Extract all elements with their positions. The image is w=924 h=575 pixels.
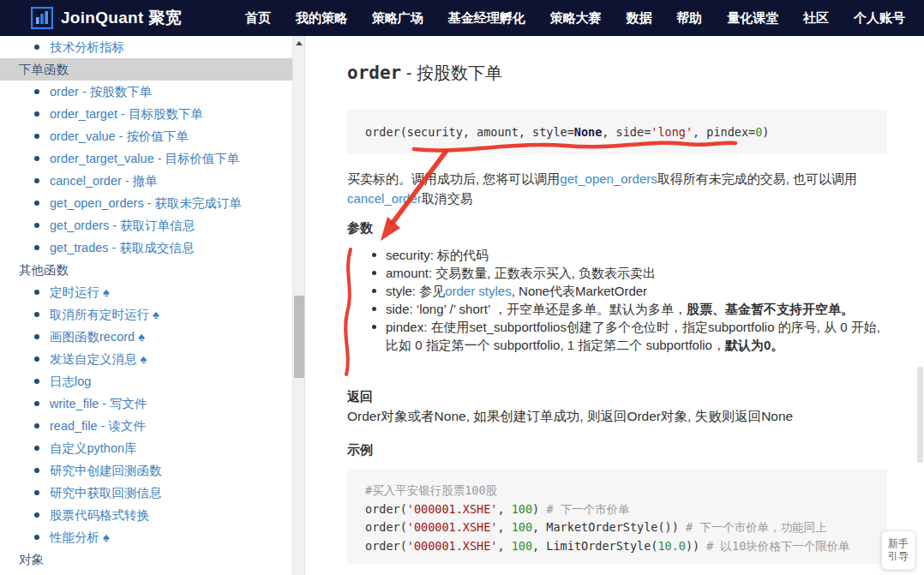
newbie-guide-label: 新手引导 [887, 537, 909, 563]
description-paragraph: 买卖标的。调用成功后, 您将可以调用get_open_orders取得所有未完成… [347, 169, 913, 208]
code-line: order('000001.XSHE', 100, MarketOrderSty… [365, 520, 827, 534]
sidebar-item-custom-python-lib[interactable]: 自定义python库 [0, 437, 292, 459]
sidebar-item-unschedule-all[interactable]: 取消所有定时运行 ♠ [0, 303, 292, 326]
sidebar-section-objects[interactable]: 对象 [0, 548, 292, 571]
sidebar-item-order-value[interactable]: order_value - 按价值下单 [0, 125, 292, 147]
sidebar-item-read-file[interactable]: read_file - 读文件 [0, 415, 292, 437]
code-string: '000001.XSHE' [407, 520, 498, 534]
sig-plain: ) [762, 125, 769, 139]
sidebar-section-order-functions[interactable]: 下单函数 [0, 58, 292, 81]
brand[interactable]: JoinQuant 聚宽 [31, 7, 182, 29]
bullet-icon [34, 45, 39, 50]
nav-item-home[interactable]: 首页 [245, 10, 271, 27]
sidebar-item-send-message[interactable]: 发送自定义消息 ♠ [0, 348, 292, 370]
sidebar-item-get-trades[interactable]: get_trades - 获取成交信息 [0, 237, 292, 259]
scroll-up-button[interactable] [293, 36, 306, 50]
nav-item-help[interactable]: 帮助 [676, 10, 702, 27]
sidebar-item-create-backtest-in-research[interactable]: 研究中创建回测函数 [0, 459, 292, 482]
sidebar-item-performance-analysis[interactable]: 性能分析 ♠ [0, 526, 292, 548]
code-plain: , [497, 520, 511, 534]
sidebar-item-order-target[interactable]: order_target - 目标股数下单 [0, 103, 292, 125]
sidebar-item-get-backtest-in-research[interactable]: 研究中获取回测信息 [0, 482, 292, 504]
bullet-icon [34, 356, 39, 362]
sidebar-item-log[interactable]: 日志log [0, 370, 292, 392]
bullet-icon [34, 156, 39, 161]
sidebar-item-get-open-orders[interactable]: get_open_orders - 获取未完成订单 [0, 192, 292, 214]
params-list: security: 标的代码 amount: 交易数量, 正数表示买入, 负数表… [368, 246, 882, 354]
sidebar-item-label: 画图函数record ♠ [50, 329, 145, 345]
bullet-icon [34, 223, 39, 228]
link-order-styles[interactable]: order styles [445, 284, 512, 298]
sidebar-scrollbar[interactable] [292, 36, 305, 575]
sidebar-item-label: 研究中获取回测信息 [50, 485, 162, 501]
sidebar-item-technical-indicators[interactable]: 技术分析指标 [0, 36, 292, 58]
sidebar-item-label: order_value - 按价值下单 [50, 129, 189, 145]
code-comment: # 下一个市价单 [546, 502, 629, 516]
page-title: order - 按股数下单 [347, 62, 502, 85]
nav-item-account[interactable]: 个人账号 [854, 10, 905, 27]
bullet-icon [34, 245, 39, 250]
sidebar-item-order-target-value[interactable]: order_target_value - 目标价值下单 [0, 147, 292, 170]
nav-menu: 首页 我的策略 策略广场 基金经理孵化 策略大赛 数据 帮助 量化课堂 社区 个… [245, 0, 905, 36]
sidebar-item-get-orders[interactable]: get_orders - 获取订单信息 [0, 214, 292, 237]
param-text: security: 标的代码 [386, 248, 489, 262]
param-text-bold: 默认为0。 [725, 338, 783, 352]
nav-item-strategy-square[interactable]: 策略广场 [372, 10, 423, 27]
sig-keyword: None [574, 125, 603, 139]
nav-item-quant-classroom[interactable]: 量化课堂 [727, 10, 778, 27]
code-plain: order( [365, 539, 407, 553]
sidebar-item-label: 日志log [50, 374, 91, 390]
newbie-guide-button[interactable]: 新手引导 [881, 530, 915, 570]
code-string: '000001.XSHE' [407, 502, 498, 516]
param-pindex: pindex: 在使用set_subportfolios创建了多个仓位时，指定s… [368, 318, 882, 354]
sidebar-item-code-format-convert[interactable]: 股票代码格式转换 [0, 504, 292, 526]
code-plain: ) [532, 502, 546, 516]
bullet-icon [34, 423, 39, 428]
bullet-icon [34, 512, 39, 518]
page-scrollbar-thumb[interactable] [917, 367, 923, 463]
bullet-icon [34, 89, 39, 94]
sig-plain: , pindex= [693, 125, 755, 139]
nav-item-my-strategies[interactable]: 我的策略 [296, 10, 347, 27]
scroll-up-icon [296, 41, 303, 45]
link-get-open-orders[interactable]: get_open_orders [560, 171, 657, 186]
code-number: 10.0 [657, 539, 686, 553]
code-number: 100 [512, 502, 532, 516]
page-title-code: order [347, 63, 401, 83]
sidebar-section-other-functions[interactable]: 其他函数 [0, 259, 292, 281]
example-heading: 示例 [347, 442, 373, 458]
page: JoinQuant 聚宽 首页 我的策略 策略广场 基金经理孵化 策略大赛 数据… [0, 0, 924, 575]
params-heading: 参数 [347, 220, 373, 237]
sidebar-item-write-file[interactable]: write_file - 写文件 [0, 392, 292, 415]
sidebar-item-record[interactable]: 画图函数record ♠ [0, 326, 292, 348]
sidebar-item-global-object[interactable]: 全局对象 [0, 571, 292, 575]
sidebar-item-label: 股票代码格式转换 [50, 507, 149, 524]
bullet-icon [34, 134, 39, 139]
sidebar-item-order[interactable]: order - 按股数下单 [0, 81, 292, 103]
sidebar-item-label: 发送自定义消息 ♠ [50, 351, 147, 368]
nav-item-fund-manager-incubation[interactable]: 基金经理孵化 [448, 10, 525, 27]
nav-item-community[interactable]: 社区 [803, 10, 829, 27]
param-side: side: ‘long’ /’ short’ ，开空单还是多单。默认为多单，股票… [368, 300, 882, 318]
bullet-icon [34, 111, 39, 117]
sidebar-scrollbar-thumb[interactable] [294, 296, 304, 378]
nav-item-strategy-contest[interactable]: 策略大赛 [550, 10, 602, 27]
code-comment: # 下一个市价单，功能同上 [686, 520, 827, 534]
param-text: pindex: 在使用set_subportfolios创建了多个仓位时，指定s… [386, 320, 880, 352]
code-comment: #买入平安银行股票100股 [365, 483, 497, 497]
sidebar-item-label: get_open_orders - 获取未完成订单 [50, 195, 242, 212]
param-text: side: ‘long’ /’ short’ ，开空单还是多单。默认为多单， [386, 302, 687, 316]
function-signature-codeblock: order(security, amount, style=None, side… [347, 110, 887, 154]
top-navbar: JoinQuant 聚宽 首页 我的策略 策略广场 基金经理孵化 策略大赛 数据… [0, 0, 924, 36]
nav-item-data[interactable]: 数据 [626, 10, 651, 27]
sidebar-item-label: 技术分析指标 [50, 39, 124, 56]
sidebar-item-run-scheduled[interactable]: 定时运行 ♠ [0, 281, 292, 303]
link-cancel-order[interactable]: cancel_order [347, 191, 422, 206]
sidebar-item-label: order_target - 目标股数下单 [50, 106, 203, 123]
sidebar-item-cancel-order[interactable]: cancel_order - 撤单 [0, 170, 292, 192]
page-title-rest: - 按股数下单 [401, 63, 502, 82]
bullet-icon [34, 446, 39, 451]
brand-name: JoinQuant 聚宽 [61, 7, 182, 29]
param-text: , None代表MarketOrder [512, 284, 647, 298]
code-number: 100 [512, 520, 532, 534]
